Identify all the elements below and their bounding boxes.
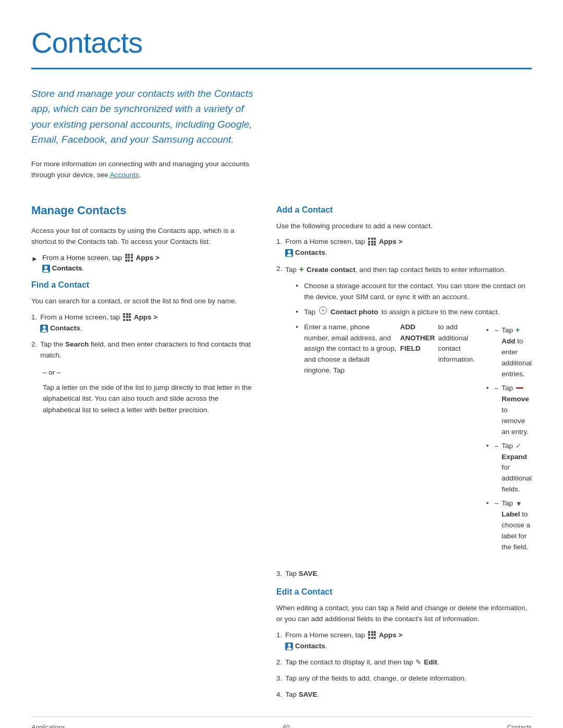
add-bullet-list: Choose a storage account for the contact… xyxy=(296,281,532,559)
plus-green-icon: + xyxy=(299,263,304,276)
edit-step-1: 1. From a Home screen, tap Apps > Contac… xyxy=(276,630,532,652)
intro-italic: Store and manage your contacts with the … xyxy=(31,86,255,147)
bullet-storage: Choose a storage account for the contact… xyxy=(296,281,532,303)
find-step-2: 2. Tap the Search field, and then enter … xyxy=(31,339,255,361)
edit-step-4: 4. Tap SAVE. xyxy=(276,689,532,700)
add-contact-heading: Add a Contact xyxy=(276,204,532,216)
edit-contact-steps: 1. From a Home screen, tap Apps > Contac… xyxy=(276,630,532,700)
find-contact-steps: 1. From a Home screen, tap Apps > Contac… xyxy=(31,312,255,361)
bullet-name: Enter a name, phone number, email addres… xyxy=(296,322,532,559)
manage-contacts-heading: Manage Contacts xyxy=(31,202,255,219)
apps-icon-edit1 xyxy=(368,631,376,639)
add-step-1: 1. From a Home screen, tap Apps > Contac… xyxy=(276,237,532,258)
dash-label-item: – Tap ▼ Label to choose a label for the … xyxy=(486,498,532,553)
manage-contacts-body: Access your list of contacts by using th… xyxy=(31,225,255,248)
edit-contact-body: When editing a contact, you can tap a fi… xyxy=(276,602,532,625)
footer-right: Contacts xyxy=(507,723,532,728)
apps-icon-add1 xyxy=(368,238,376,245)
page-footer: Applications 40 Contacts xyxy=(31,717,532,728)
label-icon: ▼ xyxy=(516,499,522,509)
manage-contacts-step: ► From a Home screen, tap Apps > Contact… xyxy=(31,253,255,274)
pencil-icon: ✎ xyxy=(415,657,421,668)
edit-step-3: 3. Tap any of the fields to add, change,… xyxy=(276,673,532,684)
circle-plus-icon xyxy=(319,306,327,314)
remove-icon xyxy=(516,387,523,389)
dash-sub-list: – Tap + Add to enter additional entries.… xyxy=(486,325,532,556)
add-step-3: 3. Tap SAVE. xyxy=(276,569,532,579)
dash-remove: – Tap Remove to remove an entry. xyxy=(486,383,532,438)
dash-plus-icon: + xyxy=(516,325,520,336)
apps-icon xyxy=(125,254,133,262)
accounts-link[interactable]: Accounts xyxy=(110,171,139,179)
intro-body: For more information on connecting with … xyxy=(31,159,255,181)
expand-icon: ✓ xyxy=(516,441,521,451)
dash-expand: – Tap ✓ Expand for additional fields. xyxy=(486,441,532,496)
find-step-1: 1. From a Home screen, tap Apps > Contac… xyxy=(31,312,255,334)
contacts-icon-find1 xyxy=(40,325,48,332)
find-contact-or-body: Tap a letter on the side of the list to … xyxy=(43,382,255,416)
contacts-icon xyxy=(42,265,50,273)
dash-add: – Tap + Add to enter additional entries. xyxy=(486,325,532,380)
bullet-photo: Tap Contact photo to assign a picture to… xyxy=(296,307,532,318)
arrow-icon: ► xyxy=(31,254,38,264)
add-contact-steps: 1. From a Home screen, tap Apps > Contac… xyxy=(276,237,532,579)
contacts-icon-add1 xyxy=(285,249,293,257)
footer-page-number: 40 xyxy=(282,722,289,728)
find-contact-heading: Find a Contact xyxy=(31,279,255,291)
add-contact-body: Use the following procedure to add a new… xyxy=(276,220,532,232)
or-text: – or – xyxy=(43,367,255,378)
contacts-icon-edit1 xyxy=(285,643,293,650)
apps-icon-find1 xyxy=(123,313,131,321)
footer-left: Applications xyxy=(31,723,65,728)
edit-contact-heading: Edit a Contact xyxy=(276,586,532,598)
page-title: Contacts xyxy=(31,21,532,65)
edit-step-2: 2. Tap the contact to display it, and th… xyxy=(276,657,532,668)
title-divider xyxy=(31,68,532,69)
add-step-2: 2. Tap + Create contact, and then tap co… xyxy=(276,264,532,563)
manage-contacts-step-text: From a Home screen, tap Apps > Contacts. xyxy=(42,253,160,274)
find-contact-body: You can search for a contact, or scroll … xyxy=(31,295,255,307)
